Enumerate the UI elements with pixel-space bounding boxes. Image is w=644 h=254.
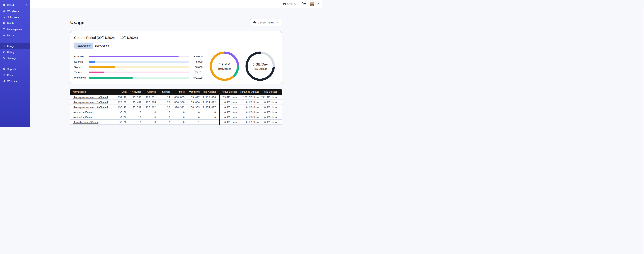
namespace-cell[interactable]: abs-migration-cluster-1.a98mm4 (70, 95, 108, 100)
timezone-label: UTC (287, 2, 292, 5)
tab-daily-actions[interactable]: Daily Actions (93, 43, 112, 48)
temporal-logo-icon (2, 3, 6, 6)
namespace-cell[interactable]: a0-test-2.a98mm4 (70, 115, 108, 120)
namespace-cell[interactable]: abs-migration-cluster-3.a98mm4 (70, 105, 108, 110)
column-header-timers: Timers (172, 89, 187, 95)
cell-queries: 0 (144, 110, 158, 115)
sidebar-item-namespaces[interactable]: Namespaces (0, 26, 30, 32)
period-selector-label: Current Period (258, 21, 274, 24)
bar-value: 85,201 (189, 71, 202, 74)
cell-active-storage: 0 KB-Hour (219, 100, 240, 105)
cell-total-storage: 0 KB-Hour (261, 120, 282, 125)
period-selector-button[interactable]: Current Period (250, 19, 282, 26)
sidebar-item-usage[interactable]: Usage (0, 43, 30, 49)
sidebar-item-label: Docs (7, 74, 13, 76)
namespace-cell[interactable]: abs-migration-cluster-2.a98mm4 (70, 100, 108, 105)
cell-active-storage: 0 KB-Hour (219, 110, 240, 115)
sidebar-item-schedules[interactable]: Schedules (0, 14, 30, 20)
sidebar-item-docs[interactable]: Docs (0, 72, 30, 78)
bar-value: 130,000 (189, 66, 202, 68)
bar-value: 5,000 (189, 60, 202, 63)
bar-track (89, 77, 189, 78)
namespace-link[interactable]: abs-migration-cluster-3.a98mm4 (73, 106, 108, 108)
sidebar-item-workflows[interactable]: Workflows (0, 8, 30, 14)
cell-signals: 0 (158, 120, 172, 125)
namespace-cell[interactable]: a0-test-1.a98mm4 (70, 110, 108, 115)
tab-total-actions[interactable]: Total Actions (74, 43, 93, 48)
bar-fill (89, 77, 133, 78)
cell-cost: $34.42 (108, 95, 129, 100)
namespace-link[interactable]: bk-worker-test.a98mm4 (73, 121, 98, 124)
timezone-selector[interactable]: UTC (283, 2, 297, 6)
sidebar-brand[interactable]: Cloud (0, 2, 30, 8)
cell-total-storage: 241 MB-Hour (261, 95, 282, 100)
page-title: Usage (70, 20, 84, 25)
sidebar-item-batch[interactable]: Batch (0, 20, 30, 26)
clock-icon (283, 2, 286, 6)
cell-total-actions: 0 (202, 115, 219, 120)
cell-queries: 126,862 (144, 105, 158, 110)
namespace-link[interactable]: a0-test-2.a98mm4 (73, 116, 93, 118)
column-header-workflows: Workflows (186, 89, 202, 95)
main-area: UTC Usage (30, 0, 322, 127)
namespace-link[interactable]: abs-migration-cluster-2.a98mm4 (73, 101, 108, 104)
bar-label: Signals (74, 66, 89, 68)
cell-activities: 0 (129, 110, 144, 115)
schedules-icon (2, 16, 6, 19)
sidebar-item-support[interactable]: Support (0, 66, 30, 72)
cell-retained-storage: 0 KB-Hour (240, 100, 261, 105)
cell-activities: 77,332 (129, 105, 144, 110)
cell-workflows: 55,454 (186, 100, 202, 105)
actions-tab-group: Total Actions Daily Actions (74, 42, 112, 49)
avatar[interactable] (310, 2, 314, 6)
namespace-link[interactable]: a0-test-1.a98mm4 (73, 111, 93, 114)
column-header-total-actions: Total Actions (202, 89, 219, 95)
cell-cost: $38.42 (108, 105, 129, 110)
cell-retained-storage: 0 KB-Hour (240, 115, 261, 120)
cell-total-actions: 1,174,077 (202, 105, 219, 110)
bar-track (89, 66, 189, 68)
credit-card-icon (2, 50, 6, 54)
bar-track (89, 56, 189, 57)
sidebar-nav: Workflows Schedules Batch Namespaces Nex… (0, 8, 30, 84)
bar-fill (89, 66, 115, 68)
donut-value: 4.7 MM (218, 62, 230, 66)
account-menu-button[interactable] (316, 2, 319, 6)
app-root: Cloud Workflows Schedules Batch Namespac… (0, 0, 322, 127)
lifebuoy-icon (2, 67, 6, 71)
book-icon (2, 74, 6, 77)
sidebar-item-nexus[interactable]: Nexus (0, 32, 30, 38)
sidebar-item-welcome[interactable]: Welcome (0, 78, 30, 84)
cell-total-actions: 0 (202, 110, 219, 115)
sidebar-item-billing[interactable]: Billing (0, 49, 30, 55)
sidebar-item-settings[interactable]: Settings (0, 55, 30, 61)
table-row: abs-migration-cluster-1.a98mm4$34.4275,5… (70, 95, 282, 100)
sidebar-item-label: Schedules (7, 16, 19, 18)
column-header-activities: Activities (129, 89, 144, 95)
sidebar-divider (0, 64, 30, 64)
cell-workflows: 0 (186, 110, 202, 115)
column-header-signals: Signals (158, 89, 172, 95)
table-row: abs-migration-cluster-3.a98mm4$38.4277,3… (70, 105, 282, 110)
cell-retained-storage: 0 KB-Hour (240, 120, 261, 125)
cell-queries: 0 (144, 120, 158, 125)
collapse-sidebar-button[interactable] (25, 3, 28, 6)
cell-queries: 0 (144, 115, 158, 120)
namespace-cell[interactable]: bk-worker-test.a98mm4 (70, 120, 108, 125)
current-period-card: Current Period (09/01/2024 — 10/01/2024)… (70, 31, 282, 84)
nexus-icon (2, 34, 6, 37)
cell-total-storage: 0 KB-Hour (261, 105, 282, 110)
labs-mode-toggle[interactable] (302, 2, 306, 6)
cell-cost: $0.00 (108, 115, 129, 120)
cell-queries: 126,984 (144, 100, 158, 105)
namespace-link[interactable]: abs-migration-cluster-1.a98mm4 (73, 96, 108, 98)
cell-cost: $0.00 (108, 110, 129, 115)
table-header-row: NamespaceCostActivitiesQueriesSignalsTim… (70, 89, 282, 95)
sidebar-item-label: Workflows (7, 10, 19, 12)
usage-bar-chart: Activities 900,000 Queries 5,000 Signals… (74, 54, 202, 80)
cell-activities: 0 (129, 120, 144, 125)
sidebar-item-label: Namespaces (7, 28, 22, 31)
cell-workflows: 55,427 (186, 95, 202, 100)
rocket-icon (2, 80, 6, 83)
cell-activities: 75,452 (129, 100, 144, 105)
